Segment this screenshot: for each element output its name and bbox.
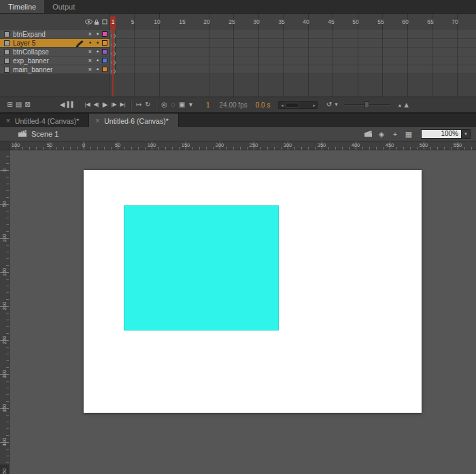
outline-all-layers-icon[interactable] xyxy=(101,19,109,24)
frames-row[interactable] xyxy=(110,48,476,56)
ruler-label: 100 xyxy=(148,142,156,148)
new-folder-button[interactable]: ▤ xyxy=(14,97,23,112)
tab-timeline[interactable]: Timeline xyxy=(0,0,44,13)
layer-row-btnCollapse[interactable]: btnCollapse × • xyxy=(0,48,110,56)
document-tab-label: Untitled-6 (Canvas)* xyxy=(104,117,169,125)
delete-layer-button[interactable]: ⊠ xyxy=(23,97,32,112)
edit-scene-button[interactable] xyxy=(361,130,375,139)
frame-number-label: 65 xyxy=(427,18,433,25)
layer-row-btnExpand[interactable]: btnExpand × • xyxy=(0,30,110,39)
document-tab-untitled-4[interactable]: × Untitled-4 (Canvas)* xyxy=(0,114,89,128)
layer-row-layer-5[interactable]: Layer 5 • • xyxy=(0,39,110,48)
layer-color-swatch[interactable] xyxy=(102,40,107,46)
scene-name[interactable]: Scene 1 xyxy=(31,130,58,138)
frame-number-label: 5 xyxy=(131,18,135,25)
reset-timeline-zoom-button[interactable]: ↺ xyxy=(324,97,333,112)
layer-name[interactable]: exp_banner xyxy=(13,57,86,65)
layer-visibility-toggle[interactable]: • xyxy=(86,39,94,46)
new-layer-button[interactable]: ⊞ xyxy=(5,97,14,112)
layer-lock-toggle[interactable]: • xyxy=(94,31,101,37)
ruler-label: 200 xyxy=(216,142,224,148)
center-frame-button[interactable]: ↦ xyxy=(135,97,143,112)
zoom-in-frames-icon[interactable]: ▲ xyxy=(403,101,410,109)
frames-row[interactable] xyxy=(110,39,476,48)
layer-color-swatch[interactable] xyxy=(102,67,107,72)
scroll-left-icon[interactable]: ◂ xyxy=(279,103,285,107)
ruler-label: 50 xyxy=(1,201,7,207)
layer-column-headers xyxy=(0,14,110,30)
center-stage-button[interactable]: + xyxy=(388,130,402,138)
ruler-label: 0 xyxy=(1,169,7,171)
zoom-dropdown-arrow-icon[interactable]: ▼ xyxy=(462,129,471,139)
step-forward-button[interactable]: |▶ xyxy=(109,97,118,112)
clip-content-button[interactable]: ▦ xyxy=(402,130,415,139)
layer-visibility-toggle[interactable]: × xyxy=(86,31,94,37)
zoom-slider-handle[interactable] xyxy=(364,101,369,108)
onion-skin-button[interactable]: ◎ xyxy=(160,97,169,112)
layer-visibility-toggle[interactable]: × xyxy=(86,48,94,55)
scroll-right-icon[interactable]: ▸ xyxy=(311,103,317,107)
frames-row[interactable] xyxy=(110,30,476,39)
go-to-first-frame-button[interactable]: |◀ xyxy=(83,97,92,112)
pause-button[interactable]: ▌▌ xyxy=(67,97,75,112)
timeline-zoom-slider[interactable] xyxy=(344,100,390,109)
frame-number-label: 35 xyxy=(278,18,284,25)
loop-playback-button[interactable]: ↻ xyxy=(143,97,152,112)
modify-markers-button[interactable]: ▾ xyxy=(186,97,195,112)
layer-visibility-toggle[interactable]: × xyxy=(86,57,94,64)
timeline-horizontal-scrollbar[interactable]: ◂ ▸ xyxy=(278,101,318,109)
frame-ruler[interactable]: 1 5 10 15 20 25 30 35 40 45 50 55 60 65 … xyxy=(110,14,476,30)
layer-name[interactable]: btnExpand xyxy=(13,31,86,38)
layer-lock-toggle[interactable]: • xyxy=(94,48,101,55)
edit-multiple-frames-button[interactable]: ▣ xyxy=(177,97,186,112)
frame-rate-field[interactable]: 24.00 fps xyxy=(220,101,248,109)
frame-number-label: 40 xyxy=(303,18,309,25)
play-button[interactable]: ▶ xyxy=(101,97,109,112)
close-tab-icon[interactable]: × xyxy=(95,117,99,124)
scrollbar-thumb[interactable] xyxy=(286,103,299,107)
divider xyxy=(131,100,131,110)
zoom-out-frames-icon[interactable]: ▲ xyxy=(397,103,402,107)
pencil-edit-icon xyxy=(77,40,84,46)
edit-symbols-button[interactable]: ◈ xyxy=(375,130,388,139)
document-tab-untitled-6[interactable]: × Untitled-6 (Canvas)* xyxy=(89,114,178,128)
lock-all-layers-icon[interactable] xyxy=(92,19,101,25)
go-to-last-frame-button[interactable]: ▶| xyxy=(118,97,127,112)
layer-lock-toggle[interactable]: • xyxy=(94,66,101,73)
layer-name[interactable]: main_banner xyxy=(13,66,86,73)
zoom-value: 100% xyxy=(441,130,458,137)
layer-color-swatch[interactable] xyxy=(102,49,107,54)
frames-row[interactable] xyxy=(110,65,476,74)
cyan-rectangle-shape[interactable] xyxy=(124,205,279,331)
tab-output[interactable]: Output xyxy=(44,0,83,13)
ruler-label: 50 xyxy=(115,142,120,148)
show-hide-all-layers-icon[interactable] xyxy=(84,19,92,24)
ruler-corner xyxy=(0,141,10,150)
layer-color-swatch[interactable] xyxy=(102,58,107,63)
layer-color-swatch[interactable] xyxy=(102,31,107,37)
zoom-options-caret-icon[interactable]: ▾ xyxy=(333,97,339,112)
layer-visibility-toggle[interactable]: × xyxy=(86,66,94,73)
layer-lock-toggle[interactable]: • xyxy=(94,39,101,46)
layer-row-exp-banner[interactable]: exp_banner × • xyxy=(0,56,110,65)
current-frame-indicator: 1 xyxy=(206,101,210,109)
step-back-button[interactable]: ◀| xyxy=(92,97,101,112)
layer-lock-toggle[interactable]: • xyxy=(94,57,101,64)
panel-tab-bar: Timeline Output xyxy=(0,0,476,14)
close-tab-icon[interactable]: × xyxy=(6,117,10,124)
frame-number-label: 55 xyxy=(377,18,384,25)
divider xyxy=(79,100,80,110)
frames-row[interactable] xyxy=(110,56,476,65)
layer-row-main-banner[interactable]: main_banner × • xyxy=(0,65,110,74)
zoom-level-select[interactable]: 100% xyxy=(421,129,462,139)
layer-page-icon xyxy=(4,31,10,37)
edit-bar: Scene 1 ◈ + ▦ 100% ▼ xyxy=(0,127,476,141)
layer-name[interactable]: btnCollapse xyxy=(13,48,86,56)
layer-name[interactable]: Layer 5 xyxy=(13,39,77,47)
frame-number-label: 45 xyxy=(328,18,334,25)
ruler-label: 50 xyxy=(47,142,52,148)
onion-skin-outlines-button[interactable]: ◌ xyxy=(169,97,177,112)
previous-keyframe-button[interactable]: ◀ xyxy=(58,97,67,112)
elapsed-time-field[interactable]: 0.0 s xyxy=(256,101,271,109)
scene-clapper-icon xyxy=(18,129,27,139)
